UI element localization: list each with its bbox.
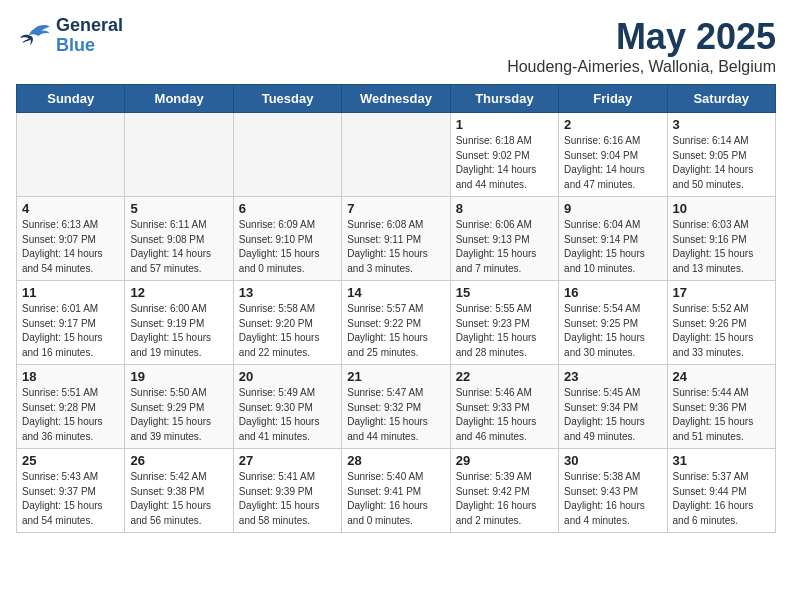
calendar-week-row: 18Sunrise: 5:51 AMSunset: 9:28 PMDayligh…	[17, 365, 776, 449]
calendar-day-cell: 3Sunrise: 6:14 AMSunset: 9:05 PMDaylight…	[667, 113, 775, 197]
day-sun-info: Sunrise: 6:18 AMSunset: 9:02 PMDaylight:…	[456, 134, 553, 192]
calendar-day-cell: 19Sunrise: 5:50 AMSunset: 9:29 PMDayligh…	[125, 365, 233, 449]
day-of-week-header: Wednesday	[342, 85, 450, 113]
calendar-day-cell: 11Sunrise: 6:01 AMSunset: 9:17 PMDayligh…	[17, 281, 125, 365]
day-sun-info: Sunrise: 5:40 AMSunset: 9:41 PMDaylight:…	[347, 470, 444, 528]
day-number: 30	[564, 453, 661, 468]
day-sun-info: Sunrise: 5:41 AMSunset: 9:39 PMDaylight:…	[239, 470, 336, 528]
calendar-day-cell: 10Sunrise: 6:03 AMSunset: 9:16 PMDayligh…	[667, 197, 775, 281]
day-of-week-header: Monday	[125, 85, 233, 113]
calendar-day-cell: 9Sunrise: 6:04 AMSunset: 9:14 PMDaylight…	[559, 197, 667, 281]
day-number: 1	[456, 117, 553, 132]
day-sun-info: Sunrise: 6:08 AMSunset: 9:11 PMDaylight:…	[347, 218, 444, 276]
day-sun-info: Sunrise: 5:45 AMSunset: 9:34 PMDaylight:…	[564, 386, 661, 444]
day-number: 22	[456, 369, 553, 384]
logo-text: General Blue	[56, 16, 123, 56]
calendar-day-cell: 28Sunrise: 5:40 AMSunset: 9:41 PMDayligh…	[342, 449, 450, 533]
day-of-week-header: Tuesday	[233, 85, 341, 113]
day-number: 24	[673, 369, 770, 384]
day-sun-info: Sunrise: 5:52 AMSunset: 9:26 PMDaylight:…	[673, 302, 770, 360]
calendar-day-cell: 7Sunrise: 6:08 AMSunset: 9:11 PMDaylight…	[342, 197, 450, 281]
calendar-day-cell: 15Sunrise: 5:55 AMSunset: 9:23 PMDayligh…	[450, 281, 558, 365]
calendar-day-cell: 6Sunrise: 6:09 AMSunset: 9:10 PMDaylight…	[233, 197, 341, 281]
day-of-week-header: Friday	[559, 85, 667, 113]
calendar-week-row: 25Sunrise: 5:43 AMSunset: 9:37 PMDayligh…	[17, 449, 776, 533]
day-number: 2	[564, 117, 661, 132]
calendar-day-cell: 31Sunrise: 5:37 AMSunset: 9:44 PMDayligh…	[667, 449, 775, 533]
day-sun-info: Sunrise: 5:38 AMSunset: 9:43 PMDaylight:…	[564, 470, 661, 528]
day-sun-info: Sunrise: 5:57 AMSunset: 9:22 PMDaylight:…	[347, 302, 444, 360]
day-sun-info: Sunrise: 6:09 AMSunset: 9:10 PMDaylight:…	[239, 218, 336, 276]
day-of-week-header: Thursday	[450, 85, 558, 113]
day-sun-info: Sunrise: 6:06 AMSunset: 9:13 PMDaylight:…	[456, 218, 553, 276]
day-sun-info: Sunrise: 6:03 AMSunset: 9:16 PMDaylight:…	[673, 218, 770, 276]
day-sun-info: Sunrise: 5:43 AMSunset: 9:37 PMDaylight:…	[22, 470, 119, 528]
day-number: 14	[347, 285, 444, 300]
calendar-day-cell: 1Sunrise: 6:18 AMSunset: 9:02 PMDaylight…	[450, 113, 558, 197]
day-sun-info: Sunrise: 5:49 AMSunset: 9:30 PMDaylight:…	[239, 386, 336, 444]
day-sun-info: Sunrise: 6:11 AMSunset: 9:08 PMDaylight:…	[130, 218, 227, 276]
day-sun-info: Sunrise: 5:58 AMSunset: 9:20 PMDaylight:…	[239, 302, 336, 360]
calendar-day-cell: 18Sunrise: 5:51 AMSunset: 9:28 PMDayligh…	[17, 365, 125, 449]
calendar-day-cell: 12Sunrise: 6:00 AMSunset: 9:19 PMDayligh…	[125, 281, 233, 365]
day-sun-info: Sunrise: 5:47 AMSunset: 9:32 PMDaylight:…	[347, 386, 444, 444]
logo-icon	[16, 22, 52, 50]
calendar-day-cell: 22Sunrise: 5:46 AMSunset: 9:33 PMDayligh…	[450, 365, 558, 449]
calendar-day-cell: 8Sunrise: 6:06 AMSunset: 9:13 PMDaylight…	[450, 197, 558, 281]
title-block: May 2025 Houdeng-Aimeries, Wallonia, Bel…	[507, 16, 776, 76]
day-number: 3	[673, 117, 770, 132]
day-number: 7	[347, 201, 444, 216]
calendar-day-cell	[233, 113, 341, 197]
day-number: 27	[239, 453, 336, 468]
page-header: General Blue May 2025 Houdeng-Aimeries, …	[16, 16, 776, 76]
day-number: 10	[673, 201, 770, 216]
day-number: 6	[239, 201, 336, 216]
day-sun-info: Sunrise: 5:50 AMSunset: 9:29 PMDaylight:…	[130, 386, 227, 444]
calendar-day-cell: 23Sunrise: 5:45 AMSunset: 9:34 PMDayligh…	[559, 365, 667, 449]
calendar-day-cell	[17, 113, 125, 197]
calendar-day-cell: 26Sunrise: 5:42 AMSunset: 9:38 PMDayligh…	[125, 449, 233, 533]
day-number: 11	[22, 285, 119, 300]
calendar-day-cell: 30Sunrise: 5:38 AMSunset: 9:43 PMDayligh…	[559, 449, 667, 533]
day-sun-info: Sunrise: 6:13 AMSunset: 9:07 PMDaylight:…	[22, 218, 119, 276]
month-year-title: May 2025	[507, 16, 776, 58]
day-number: 28	[347, 453, 444, 468]
calendar-day-cell: 29Sunrise: 5:39 AMSunset: 9:42 PMDayligh…	[450, 449, 558, 533]
day-sun-info: Sunrise: 5:39 AMSunset: 9:42 PMDaylight:…	[456, 470, 553, 528]
calendar-day-cell: 5Sunrise: 6:11 AMSunset: 9:08 PMDaylight…	[125, 197, 233, 281]
calendar-header-row: SundayMondayTuesdayWednesdayThursdayFrid…	[17, 85, 776, 113]
day-sun-info: Sunrise: 6:01 AMSunset: 9:17 PMDaylight:…	[22, 302, 119, 360]
calendar-day-cell: 13Sunrise: 5:58 AMSunset: 9:20 PMDayligh…	[233, 281, 341, 365]
logo: General Blue	[16, 16, 123, 56]
calendar-week-row: 4Sunrise: 6:13 AMSunset: 9:07 PMDaylight…	[17, 197, 776, 281]
calendar-day-cell: 21Sunrise: 5:47 AMSunset: 9:32 PMDayligh…	[342, 365, 450, 449]
day-of-week-header: Sunday	[17, 85, 125, 113]
day-number: 23	[564, 369, 661, 384]
logo-blue: Blue	[56, 36, 123, 56]
day-number: 31	[673, 453, 770, 468]
calendar-day-cell: 14Sunrise: 5:57 AMSunset: 9:22 PMDayligh…	[342, 281, 450, 365]
day-number: 17	[673, 285, 770, 300]
calendar-day-cell: 25Sunrise: 5:43 AMSunset: 9:37 PMDayligh…	[17, 449, 125, 533]
day-sun-info: Sunrise: 5:51 AMSunset: 9:28 PMDaylight:…	[22, 386, 119, 444]
day-of-week-header: Saturday	[667, 85, 775, 113]
calendar-day-cell: 16Sunrise: 5:54 AMSunset: 9:25 PMDayligh…	[559, 281, 667, 365]
logo-general: General	[56, 16, 123, 36]
day-sun-info: Sunrise: 5:54 AMSunset: 9:25 PMDaylight:…	[564, 302, 661, 360]
day-sun-info: Sunrise: 6:14 AMSunset: 9:05 PMDaylight:…	[673, 134, 770, 192]
day-sun-info: Sunrise: 5:42 AMSunset: 9:38 PMDaylight:…	[130, 470, 227, 528]
calendar-day-cell: 24Sunrise: 5:44 AMSunset: 9:36 PMDayligh…	[667, 365, 775, 449]
day-number: 5	[130, 201, 227, 216]
day-sun-info: Sunrise: 5:46 AMSunset: 9:33 PMDaylight:…	[456, 386, 553, 444]
day-number: 19	[130, 369, 227, 384]
day-number: 4	[22, 201, 119, 216]
calendar-week-row: 11Sunrise: 6:01 AMSunset: 9:17 PMDayligh…	[17, 281, 776, 365]
day-number: 9	[564, 201, 661, 216]
day-sun-info: Sunrise: 6:04 AMSunset: 9:14 PMDaylight:…	[564, 218, 661, 276]
calendar-day-cell: 17Sunrise: 5:52 AMSunset: 9:26 PMDayligh…	[667, 281, 775, 365]
day-sun-info: Sunrise: 6:16 AMSunset: 9:04 PMDaylight:…	[564, 134, 661, 192]
calendar-day-cell: 27Sunrise: 5:41 AMSunset: 9:39 PMDayligh…	[233, 449, 341, 533]
calendar-day-cell: 4Sunrise: 6:13 AMSunset: 9:07 PMDaylight…	[17, 197, 125, 281]
day-sun-info: Sunrise: 6:00 AMSunset: 9:19 PMDaylight:…	[130, 302, 227, 360]
location-subtitle: Houdeng-Aimeries, Wallonia, Belgium	[507, 58, 776, 76]
